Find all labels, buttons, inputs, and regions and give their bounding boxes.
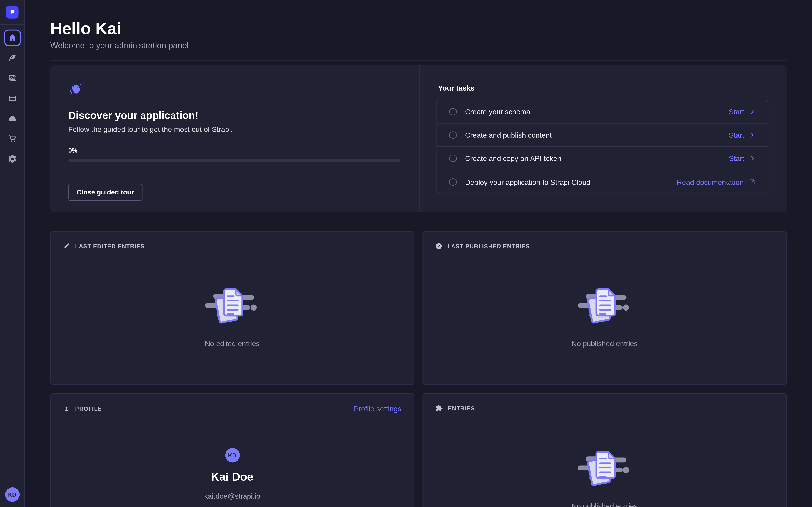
widget-header: LAST EDITED ENTRIES <box>51 232 414 249</box>
guided-tour-section: Discover your application! Follow the gu… <box>50 65 419 212</box>
strapi-admin-dashboard: KD Hello Kai Welcome to your administrat… <box>0 0 812 507</box>
sidebar-item-settings[interactable] <box>4 151 20 167</box>
sidebar-nav <box>0 25 24 167</box>
task-label: Create and publish content <box>465 131 729 139</box>
main-content: Hello Kai Welcome to your administration… <box>25 0 812 507</box>
task-status-circle-icon <box>449 178 457 185</box>
progress-percentage: 0% <box>68 147 401 154</box>
user-icon <box>63 405 70 412</box>
tasks-title: Your tasks <box>438 84 768 92</box>
images-icon <box>7 73 17 83</box>
sidebar-item-cloud[interactable] <box>4 110 20 127</box>
task-start-link[interactable]: Start <box>729 108 755 116</box>
task-list: Create your schema Start Create and publ… <box>436 100 768 194</box>
profile-settings-link[interactable]: Profile settings <box>354 404 402 413</box>
user-avatar[interactable]: KD <box>5 488 19 502</box>
widget-body: No published entries <box>423 249 786 348</box>
external-link-icon <box>749 178 756 185</box>
strapi-logo-button[interactable] <box>0 0 24 25</box>
page-subtitle: Welcome to your administration panel <box>50 41 787 50</box>
gear-icon <box>7 154 17 163</box>
layout-icon <box>7 94 17 103</box>
task-row-publish-content: Create and publish content Start <box>437 124 768 147</box>
widget-header: PROFILE Profile settings <box>51 394 414 413</box>
widget-body: KD Kai Doe kai.doe@strapi.io <box>51 413 414 507</box>
task-status-circle-icon <box>449 155 457 162</box>
task-row-deploy-cloud: Deploy your application to Strapi Cloud … <box>437 170 768 193</box>
sidebar-item-content-manager[interactable] <box>4 50 20 66</box>
sidebar-footer: KD <box>0 482 24 507</box>
task-row-api-token: Create and copy an API token Start <box>437 147 768 170</box>
progress-bar <box>68 159 400 162</box>
pencil-icon <box>63 243 70 249</box>
task-label: Deploy your application to Strapi Cloud <box>465 178 677 186</box>
puzzle-icon <box>436 404 443 412</box>
sidebar-item-home[interactable] <box>4 30 20 46</box>
check-circle-icon <box>436 243 442 249</box>
entries-widget: ENTRIES No published entries <box>422 393 786 507</box>
widget-header: LAST PUBLISHED ENTRIES <box>423 232 786 249</box>
feather-icon <box>7 53 17 62</box>
widget-body: No edited entries <box>51 249 414 348</box>
guided-tour-subtitle: Follow the guided tour to get the most o… <box>68 125 401 133</box>
widgets-row-1: LAST EDITED ENTRIES No edited entries LA <box>50 231 787 385</box>
home-icon <box>7 33 17 42</box>
last-published-entries-widget: LAST PUBLISHED ENTRIES No published entr… <box>422 231 786 385</box>
page-title: Hello Kai <box>50 19 787 37</box>
sidebar-item-content-type-builder[interactable] <box>4 90 20 106</box>
widget-title: ENTRIES <box>448 405 475 411</box>
guided-tour-card: Discover your application! Follow the gu… <box>50 65 787 212</box>
close-guided-tour-button[interactable]: Close guided tour <box>68 184 142 201</box>
profile-name: Kai Doe <box>211 470 254 484</box>
widget-title: PROFILE <box>75 406 102 412</box>
task-label: Create your schema <box>465 108 729 116</box>
task-start-link[interactable]: Start <box>729 131 755 139</box>
sidebar-item-marketplace[interactable] <box>4 130 20 147</box>
empty-state-text: No published entries <box>571 502 638 507</box>
task-status-circle-icon <box>449 131 457 138</box>
empty-documents-illustration <box>576 287 633 326</box>
widget-title: LAST PUBLISHED ENTRIES <box>448 243 530 249</box>
profile-email: kai.doe@strapi.io <box>204 492 260 500</box>
empty-state-text: No edited entries <box>205 339 260 348</box>
widgets-row-2: PROFILE Profile settings KD Kai Doe kai.… <box>50 393 787 507</box>
chevron-right-icon <box>749 109 756 115</box>
profile-widget: PROFILE Profile settings KD Kai Doe kai.… <box>50 393 414 507</box>
widget-body: No published entries <box>423 412 786 507</box>
cloud-icon <box>7 114 17 123</box>
widget-title: LAST EDITED ENTRIES <box>75 243 145 249</box>
empty-documents-illustration <box>204 287 261 326</box>
task-start-link[interactable]: Start <box>729 154 755 163</box>
guided-tour-title: Discover your application! <box>68 110 401 122</box>
empty-state-text: No published entries <box>571 339 638 348</box>
last-edited-entries-widget: LAST EDITED ENTRIES No edited entries <box>50 231 414 385</box>
page-header: Hello Kai Welcome to your administration… <box>50 0 787 61</box>
waving-hand-icon <box>68 82 82 96</box>
empty-documents-illustration <box>576 450 633 489</box>
strapi-logo-icon <box>6 6 18 18</box>
widget-header: ENTRIES <box>423 394 786 412</box>
profile-avatar: KD <box>225 448 240 462</box>
chevron-right-icon <box>749 132 756 138</box>
task-status-circle-icon <box>449 108 457 115</box>
sidebar-item-media-library[interactable] <box>4 70 20 86</box>
cart-icon <box>7 134 17 143</box>
task-row-create-schema: Create your schema Start <box>437 100 768 123</box>
task-label: Create and copy an API token <box>465 154 729 163</box>
your-tasks-section: Your tasks Create your schema Start <box>419 65 786 212</box>
chevron-right-icon <box>749 155 756 162</box>
sidebar: KD <box>0 0 25 507</box>
read-documentation-link[interactable]: Read documentation <box>677 178 755 186</box>
